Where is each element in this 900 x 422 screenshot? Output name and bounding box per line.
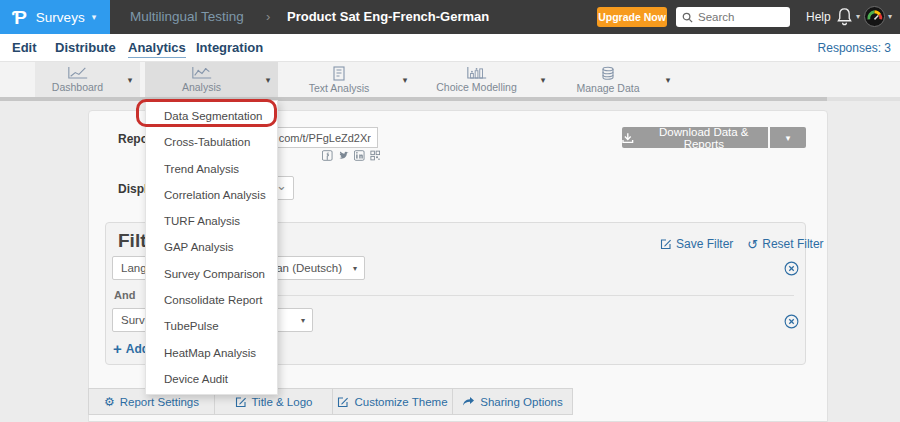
toolbar-choice-modelling[interactable]: Choice Modelling ▾	[420, 62, 553, 97]
app-screen: Ƥ Surveys ▾ Multilingual Testing › Produ…	[0, 0, 900, 422]
edit-square-icon	[337, 396, 349, 408]
search-box[interactable]	[676, 7, 790, 27]
twitter-icon[interactable]	[338, 150, 349, 161]
edit-square-icon	[660, 238, 672, 250]
and-operator-label: And	[114, 289, 135, 301]
help-link[interactable]: Help	[806, 10, 831, 24]
toolbar-label: Text Analysis	[309, 82, 370, 94]
tab-customize-theme[interactable]: Customize Theme	[333, 388, 453, 415]
plus-icon: +	[113, 340, 122, 357]
top-bar: Ƥ Surveys ▾ Multilingual Testing › Produ…	[0, 0, 900, 34]
menu-item-trend-analysis[interactable]: Trend Analysis	[146, 156, 277, 182]
tab-label: Sharing Options	[480, 396, 562, 408]
gears-icon: ⚙	[104, 396, 115, 408]
breadcrumb-parent[interactable]: Multilingual Testing	[130, 9, 244, 24]
search-icon	[682, 12, 693, 23]
toolbar-label: Dashboard	[52, 81, 103, 93]
download-icon	[622, 132, 634, 144]
menu-item-device-audit[interactable]: Device Audit	[146, 366, 277, 392]
caret-down-icon[interactable]: ▾	[658, 62, 678, 97]
account-menu[interactable]: ▾	[864, 6, 892, 27]
caret-down-icon[interactable]: ▾	[395, 62, 415, 97]
menu-item-survey-comparison[interactable]: Survey Comparison	[146, 261, 277, 287]
menu-item-cross-tabulation[interactable]: Cross-Tabulation	[146, 129, 277, 155]
remove-filter-row1-button[interactable]	[783, 260, 799, 276]
save-filter-label: Save Filter	[676, 237, 733, 251]
toolbar-text-analysis[interactable]: Text Analysis ▾	[283, 62, 415, 97]
filter-actions: Save Filter ↺ Reset Filter	[660, 237, 824, 251]
facebook-icon[interactable]	[322, 150, 333, 161]
dashboard-chart-icon	[67, 66, 89, 80]
caret-down-icon: ▾	[92, 12, 97, 22]
reset-filter-label: Reset Filter	[762, 237, 823, 251]
database-icon	[600, 66, 616, 81]
menu-item-gap-analysis[interactable]: GAP Analysis	[146, 234, 277, 260]
edit-square-icon	[235, 396, 247, 408]
search-input[interactable]	[698, 11, 778, 23]
menu-item-data-segmentation[interactable]: Data Segmentation	[146, 103, 277, 129]
reset-filter-link[interactable]: ↺ Reset Filter	[747, 237, 823, 251]
tab-label: Title & Logo	[252, 396, 313, 408]
caret-down-icon[interactable]: ▾	[258, 62, 278, 97]
remove-filter-row2-button[interactable]	[783, 313, 799, 329]
download-options-caret[interactable]: ▾	[770, 127, 806, 148]
nav-integration[interactable]: Integration	[196, 40, 263, 55]
analysis-dropdown-menu: Data Segmentation Cross-Tabulation Trend…	[145, 100, 278, 395]
caret-down-icon: ▾	[856, 12, 860, 21]
breadcrumb-separator-icon: ›	[266, 9, 270, 24]
surveys-app-switcher[interactable]: Ƥ Surveys ▾	[0, 0, 110, 34]
upgrade-now-button[interactable]: Upgrade Now	[597, 7, 667, 27]
bell-icon	[836, 7, 853, 26]
download-label: Download Data & Reports	[640, 126, 768, 150]
analysis-chart-icon	[191, 66, 213, 80]
tab-label: Customize Theme	[354, 396, 447, 408]
add-filter-button[interactable]: + Add	[113, 340, 149, 357]
caret-down-icon: ▾	[301, 316, 305, 325]
nav-edit[interactable]: Edit	[12, 40, 37, 55]
analytics-toolbar: Dashboard ▾ Analysis ▾ Text Analysis ▾ C…	[0, 62, 900, 97]
horizontal-scrollbar-thumb[interactable]	[0, 97, 827, 101]
qr-code-icon[interactable]	[370, 150, 381, 161]
toolbar-analysis[interactable]: Analysis ▾	[145, 62, 278, 97]
toolbar-label: Analysis	[182, 81, 221, 93]
tab-label: Report Settings	[120, 396, 199, 408]
caret-down-icon[interactable]: ▾	[533, 62, 553, 97]
reset-icon: ↺	[747, 238, 758, 251]
save-filter-link[interactable]: Save Filter	[660, 237, 733, 251]
toolbar-label: Choice Modelling	[436, 81, 517, 93]
menu-item-tubepulse[interactable]: TubePulse	[146, 313, 277, 339]
product-name: Surveys	[36, 10, 85, 25]
nav-distribute[interactable]: Distribute	[55, 40, 116, 55]
breadcrumb-current-survey: Product Sat Eng-French-German	[287, 9, 489, 24]
caret-down-icon[interactable]: ▾	[120, 62, 140, 97]
horizontal-scrollbar-track	[827, 97, 900, 101]
toolbar-dashboard[interactable]: Dashboard ▾	[35, 62, 140, 97]
caret-down-icon: ▾	[353, 264, 357, 273]
toolbar-manage-data[interactable]: Manage Data ▾	[558, 62, 678, 97]
responses-count[interactable]: Responses: 3	[818, 41, 891, 55]
avatar	[864, 6, 885, 27]
menu-item-consolidate-report[interactable]: Consolidate Report	[146, 287, 277, 313]
menu-item-correlation-analysis[interactable]: Correlation Analysis	[146, 182, 277, 208]
nav-analytics[interactable]: Analytics	[128, 40, 186, 58]
text-analysis-doc-icon	[331, 66, 347, 81]
proprofs-logo-icon: Ƥ	[12, 8, 27, 27]
menu-item-heatmap-analysis[interactable]: HeatMap Analysis	[146, 340, 277, 366]
linkedin-icon[interactable]	[354, 150, 365, 161]
section-nav: Edit Distribute Analytics Integration Re…	[0, 34, 900, 62]
menu-item-turf-analysis[interactable]: TURF Analysis	[146, 208, 277, 234]
share-arrow-icon	[462, 396, 475, 407]
download-data-reports-button[interactable]: Download Data & Reports	[622, 127, 768, 148]
share-icons-row	[322, 150, 380, 161]
notifications-button[interactable]: ▾	[836, 7, 860, 26]
caret-down-icon: ▾	[888, 12, 892, 21]
toolbar-label: Manage Data	[576, 82, 639, 94]
choice-modelling-chart-icon	[466, 66, 488, 80]
tab-sharing-options[interactable]: Sharing Options	[453, 388, 573, 415]
